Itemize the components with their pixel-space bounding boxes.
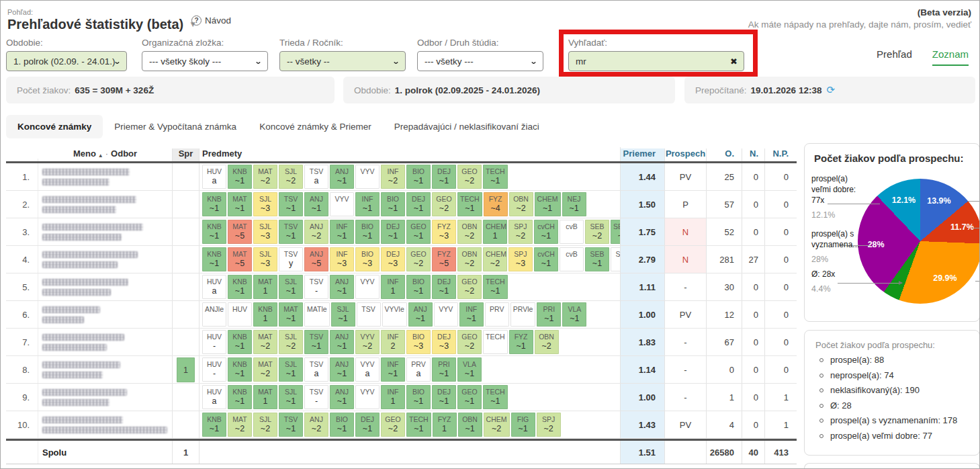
redacted-text (42, 306, 100, 313)
redacted-text (42, 196, 136, 203)
spr-cell: 1 (173, 356, 199, 383)
redacted-text (42, 427, 167, 433)
prospech-cell: PV (665, 163, 707, 190)
filter-trieda-rocnik: Trieda / Ročník: -- všetky -- ⌄ (279, 38, 406, 71)
redacted-text (42, 206, 116, 213)
student-name-redacted (38, 384, 173, 411)
student-name-redacted (38, 218, 173, 245)
table-row[interactable]: 9.HUVaKNB~1MAT1SJL~1TSV-ANJ~1VYV INF1BIO… (6, 384, 797, 411)
column-header-np[interactable]: N.P. (765, 148, 797, 161)
subject-grade-chip: FYZ~3 (432, 220, 456, 244)
clear-search-icon[interactable]: ✖ (730, 56, 738, 67)
subject-grade-chip: BIO~1 (406, 385, 431, 409)
subject-grade-chip: KNB~1 (228, 385, 252, 409)
table-row[interactable]: 10.KNB~1MAT~2SJL~2TSV~1ANJ~2BIO~1DEJ~1GE… (6, 411, 797, 439)
subjects-cell: KNB~1MAT~5SJL~3TSVyANJ~5INF~3BIO~3DEJ~3G… (199, 246, 621, 273)
subject-grade-chip: MAT~2 (228, 413, 252, 437)
prospech-cell: - (665, 384, 707, 411)
subject-grade-chip: VYV~2 (355, 330, 380, 354)
refresh-icon[interactable]: ⟳ (826, 84, 835, 96)
subject-grade-chip: ANJ~2 (304, 413, 328, 437)
subject-grade-chip: OBN~1 (458, 413, 482, 437)
subject-grade-chip: TECH~1 (483, 165, 508, 189)
info-value: 1. polrok (02.09.2025 - 24.01.2026) (395, 85, 540, 95)
subject-grade-chip: GEO~2 (457, 330, 482, 354)
spr-cell (173, 384, 199, 411)
column-header-meno-odbor[interactable]: Meno▲·Odbor (38, 148, 173, 161)
pie-callout: Ø: 28x4.4% (811, 269, 835, 294)
table-row[interactable]: 3.KNB~1MAT~5SJL~3TSV~1ANJ~2INF~1BIO~1DEJ… (6, 218, 797, 246)
total-o: 26580 (707, 441, 742, 464)
table-row[interactable]: 1.HUVaKNB~1MAT~2SJL~2TSVaANJ~1VYV INF~2B… (6, 163, 797, 191)
summary-item: neklasifikovaný(á): 190 (815, 383, 969, 398)
subject-grade-chip: KNB~1 (202, 220, 226, 244)
subject-grade-chip: ANJ~1 (304, 192, 328, 216)
n-count-cell: 0 (742, 191, 765, 218)
total-average: 1.51 (621, 441, 665, 464)
spr-grade-chip: 1 (177, 357, 195, 382)
odbor-druh-studia-select[interactable]: --- všetky --- ⌄ (417, 51, 543, 71)
subject-grade-chip: KNB1 (253, 302, 277, 327)
redacted-text (42, 179, 109, 185)
prospech-cell: PV (665, 411, 707, 438)
search-input[interactable]: mr ✖ (568, 51, 744, 71)
row-number: 1. (6, 163, 38, 190)
np-count-cell: 0 (765, 301, 797, 328)
obdobie-select[interactable]: 1. polrok (02.09. - 24.01.) ⌄ (6, 51, 127, 71)
summary-item: prospel(a) veľmi dobre: 77 (815, 429, 969, 444)
row-number: 4. (6, 246, 38, 273)
organizacna-zlozka-select[interactable]: --- všetky školy --- ⌄ (142, 51, 268, 71)
subject-grade-chip: MAT~2 (253, 165, 277, 189)
o-count-cell: 30 (707, 273, 742, 300)
np-count-cell: 0 (765, 191, 797, 218)
trieda-rocnik-select[interactable]: -- všetky -- ⌄ (279, 51, 406, 71)
subject-grade-chip: BIO~1 (381, 192, 405, 216)
subject-grade-chip: DEJ~1 (432, 275, 456, 299)
np-count-cell: 0 (765, 163, 797, 190)
table-row[interactable]: 5.HUVaKNB~1MAT1SJL~1TSV-ANJ~1VYV INF1BIO… (6, 273, 797, 301)
sort-asc-icon: ▲ (98, 153, 103, 159)
table-row[interactable]: 2.KNB~1MAT~1SJL~3TSV~1ANJ~1VYV INF~1BIO~… (6, 191, 797, 218)
n-count-cell: 0 (742, 411, 765, 438)
column-header-o[interactable]: O. (707, 148, 742, 161)
view-label: Pohľad: (7, 8, 33, 16)
o-count-cell: 57 (707, 191, 742, 218)
select-value: -- všetky -- (287, 56, 330, 67)
tab-4[interactable]: Prepadávajúci / neklasifikovaní žiaci (383, 115, 551, 138)
tab-3[interactable]: Koncové známky & Priemer (248, 115, 383, 138)
column-header-priemer[interactable]: Priemer (621, 148, 665, 161)
spr-cell (173, 218, 199, 245)
column-header-spr[interactable]: Spr (173, 148, 199, 161)
row-number: 7. (6, 329, 38, 355)
leader-line (968, 201, 980, 202)
table-row[interactable]: 8.1HUV-KNB~1MAT~2SJL~1TSVaANJ~1VYVaINF~1… (6, 356, 797, 384)
column-header-n[interactable]: N. (742, 148, 765, 161)
summary-item: Ø: 28 (815, 398, 969, 414)
view-tab-prehlad[interactable]: Prehľad (877, 48, 912, 66)
tab-2[interactable]: Priemer & Vypočítaná známka (103, 115, 248, 138)
info-label: Počet žiakov: (17, 85, 71, 95)
prospech-cell: N (665, 246, 707, 273)
subject-grade-chip: BIO~1 (330, 413, 354, 437)
subject-grade-chip: BIO~3 (355, 247, 380, 271)
table-row[interactable]: 6.ANJle HUV KNB1MAT~1MATle SJL~1TSV VYVl… (6, 301, 797, 329)
n-count-cell: 27 (742, 246, 765, 273)
table-row[interactable]: 7.HUV-KNB~1MAT~2SJL~2TSV~1ANJ~1VYV~2INF2… (6, 329, 797, 356)
table-row[interactable]: 4.KNB~1MAT~5SJL~3TSVyANJ~5INF~3BIO~3DEJ~… (6, 246, 797, 273)
subject-grade-chip: PRI~1 (432, 357, 456, 382)
spr-cell (173, 301, 199, 328)
subject-grade-chip: SPJ~3 (508, 247, 533, 271)
np-count-cell: 1 (765, 411, 797, 438)
subject-grade-chip: VYV (434, 302, 458, 327)
select-value: --- všetky školy --- (149, 56, 221, 67)
info-label: Prepočítané: (695, 85, 747, 95)
pie-slice-percent: 28% (868, 240, 885, 249)
subject-grade-chip: GEO~2 (381, 413, 405, 437)
view-tab-zoznam[interactable]: Zoznam (932, 48, 969, 66)
page-title[interactable]: Prehľadové štatistiky (beta)▼ (7, 17, 197, 32)
subject-grade-chip: SVS (611, 247, 621, 271)
help-link[interactable]: ? Návod (191, 15, 231, 26)
info-label: Obdobie: (354, 85, 391, 95)
tab-1[interactable]: Koncové známky (6, 115, 103, 138)
column-header-prospech[interactable]: Prospech (665, 148, 707, 161)
